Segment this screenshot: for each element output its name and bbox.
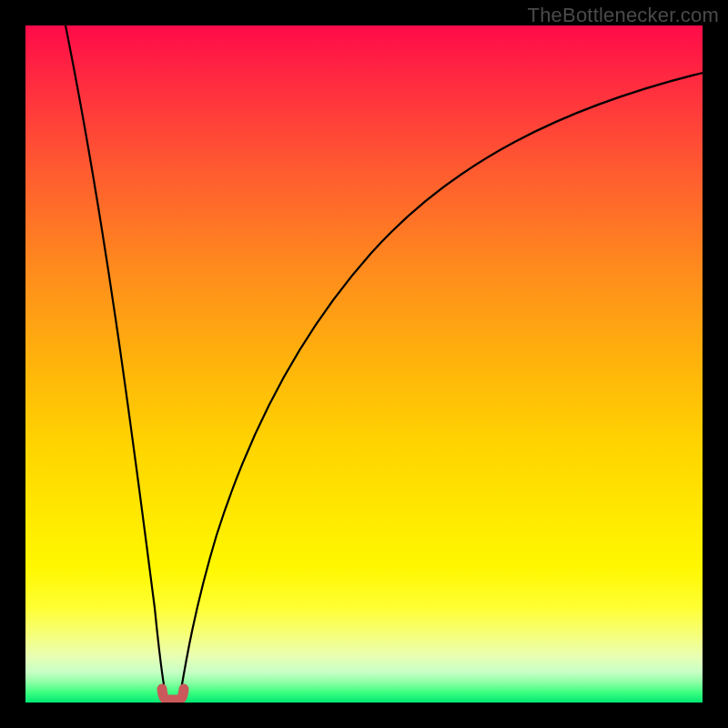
trough-marker	[162, 689, 184, 700]
watermark-text: TheBottlenecker.com	[528, 4, 719, 27]
chart-svg	[25, 25, 703, 703]
bottleneck-curve-left	[66, 25, 166, 695]
bottleneck-curve-right	[180, 73, 703, 695]
chart-gradient-frame	[25, 25, 703, 703]
